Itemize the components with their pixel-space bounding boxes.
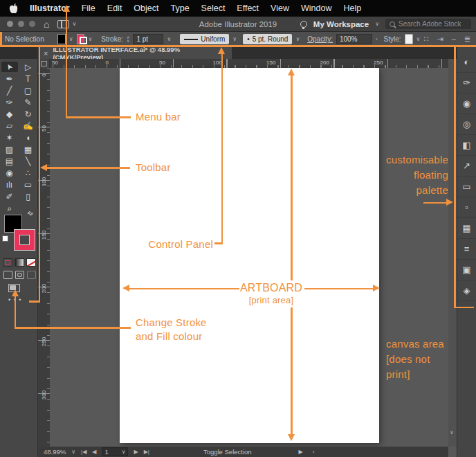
ruler-label: 0: [106, 60, 109, 66]
eyedropper-tool[interactable]: ╲: [20, 156, 37, 166]
annotation-line-menu-bar-h: [66, 116, 131, 118]
stroke-weight-field[interactable]: 1 pt: [133, 34, 163, 44]
swatches-panel[interactable]: ▦: [457, 218, 476, 239]
gradient-tool[interactable]: ▤: [1, 156, 18, 166]
menu-item[interactable]: Edit: [107, 3, 122, 13]
close-tab-icon[interactable]: ×: [44, 49, 48, 57]
scroll-down-icon[interactable]: ∨: [450, 429, 454, 436]
variable-width-profile-dropdown[interactable]: Uniform: [180, 34, 229, 44]
brushes-panel[interactable]: ✑: [457, 73, 476, 93]
draw-normal-icon[interactable]: [3, 271, 12, 279]
selection-tool[interactable]: ➤: [1, 62, 18, 72]
symbol-sprayer-tool[interactable]: ∴: [20, 168, 37, 178]
artboard-tool[interactable]: ▭: [20, 179, 37, 190]
hand-tool[interactable]: ▯: [20, 191, 37, 201]
annotation-line-palette: [423, 202, 447, 204]
slice-tool[interactable]: ✐: [1, 191, 18, 201]
menu-item[interactable]: Type: [171, 3, 190, 13]
column-graph-tool[interactable]: ılı: [1, 179, 18, 190]
stroke-color-swatch[interactable]: [77, 34, 85, 44]
zoom-level[interactable]: 48.99%: [44, 448, 66, 456]
stroke-panel[interactable]: ≡: [457, 239, 476, 260]
type-tool[interactable]: T: [20, 73, 37, 84]
chevron-down-icon[interactable]: ∨: [88, 36, 92, 42]
collapse-icon[interactable]: ‹: [313, 449, 315, 455]
annotation-line-control-panel-underline: [0, 45, 476, 47]
prev-page-icon[interactable]: ◀: [92, 449, 96, 455]
gradient-button[interactable]: [15, 258, 24, 267]
draw-behind-icon[interactable]: [15, 271, 24, 279]
next-page-icon[interactable]: ▶: [134, 449, 138, 455]
annotation-arrowhead-artboard-bottom: [288, 434, 295, 441]
eraser-tool[interactable]: ◆: [1, 109, 18, 119]
transform-panel[interactable]: ▫: [457, 197, 476, 218]
libraries-panel[interactable]: ◎: [457, 114, 476, 135]
menu-item[interactable]: Window: [301, 3, 331, 13]
menu-item[interactable]: Object: [134, 3, 158, 13]
paintbrush-tool[interactable]: ✑: [1, 97, 18, 107]
color-button[interactable]: [3, 258, 12, 267]
brush-definition-dropdown[interactable]: • 5 pt. Round: [243, 34, 292, 44]
menu-item[interactable]: Select: [201, 3, 226, 13]
direct-selection-tool[interactable]: ▷: [20, 62, 37, 72]
mesh-tool[interactable]: ▦: [20, 144, 37, 154]
panel-menu-icon[interactable]: ≣: [464, 35, 470, 44]
shape-builder-tool[interactable]: ◖: [20, 132, 37, 143]
color-guide-panel[interactable]: ◉: [457, 93, 476, 114]
fill-color-swatch[interactable]: [57, 34, 66, 44]
play-icon[interactable]: ▶: [299, 449, 303, 455]
perspective-grid-tool[interactable]: ▨: [1, 144, 18, 154]
last-page-icon[interactable]: ▶|: [144, 449, 149, 455]
pencil-tool[interactable]: ✎: [20, 97, 37, 107]
chevron-down-icon[interactable]: ∨: [416, 36, 421, 42]
chevron-right-icon[interactable]: ›: [376, 36, 378, 42]
annotation-bracket-toolbar-v: [39, 47, 41, 302]
menu-item[interactable]: View: [271, 3, 289, 13]
document-tab[interactable]: × ILLUSTRATOR INTERFACE.ai* @ 48.99% (CM…: [38, 47, 232, 59]
canvas-area[interactable]: [50, 68, 448, 447]
status-display[interactable]: Toggle Selection: [203, 448, 252, 456]
arrange-icon[interactable]: ⇥: [437, 35, 443, 44]
scale-tool[interactable]: ▱: [1, 120, 18, 131]
chevron-down-icon[interactable]: ∨: [232, 36, 237, 42]
layers-panel[interactable]: ◈: [457, 280, 476, 301]
page-number-field[interactable]: 1 ∨: [102, 447, 128, 456]
minimize-panel-icon[interactable]: –: [452, 35, 456, 44]
menu-item[interactable]: Help: [343, 3, 361, 13]
rectangle-tool[interactable]: ▢: [20, 85, 37, 96]
none-button[interactable]: [26, 258, 36, 267]
export-panel[interactable]: ↗: [457, 156, 476, 177]
appearance-panel[interactable]: ▣: [457, 260, 476, 280]
select-similar-icon[interactable]: ∷: [423, 35, 428, 44]
ruler-label: 0: [41, 71, 47, 80]
draw-inside-icon[interactable]: [27, 271, 36, 279]
default-fill-stroke-icon[interactable]: [2, 235, 8, 242]
chevron-down-icon[interactable]: ∨: [71, 449, 75, 455]
pathfinder-panel[interactable]: ◧: [457, 135, 476, 156]
opacity-label[interactable]: Opacity:: [307, 35, 333, 43]
opacity-field[interactable]: 100%: [336, 34, 372, 44]
artboards-panel[interactable]: ▭: [457, 177, 476, 197]
stroke-swatch[interactable]: [15, 230, 35, 250]
blend-tool[interactable]: ◉: [1, 168, 18, 178]
apple-menu-icon[interactable]: [9, 3, 18, 14]
free-transform-tool[interactable]: ✶: [1, 132, 18, 143]
chevron-down-icon[interactable]: ∨: [167, 36, 171, 42]
ruler-label: 50: [41, 124, 47, 134]
menu-item[interactable]: Effect: [237, 3, 259, 13]
artboard[interactable]: [120, 68, 379, 443]
line-segment-tool[interactable]: ╱: [1, 85, 18, 96]
zoom-tool[interactable]: ⌕: [1, 203, 18, 213]
stroke-weight-stepper[interactable]: ∧∨: [127, 36, 129, 43]
pen-tool[interactable]: ✒: [1, 73, 18, 84]
chevron-down-icon[interactable]: ∨: [295, 36, 300, 42]
chevron-down-icon[interactable]: ∨: [69, 36, 73, 42]
width-tool[interactable]: ✍: [20, 120, 37, 131]
illustrator-window: IllustratorFileEditObjectTypeSelectEffec…: [0, 0, 476, 457]
style-swatch[interactable]: [405, 34, 413, 44]
discover-lightbulb-icon[interactable]: [300, 21, 307, 28]
menu-item[interactable]: File: [82, 3, 95, 13]
color-panel[interactable]: ◐: [457, 52, 476, 73]
first-page-icon[interactable]: |◀: [81, 449, 86, 455]
rotate-tool[interactable]: ↻: [20, 109, 37, 119]
